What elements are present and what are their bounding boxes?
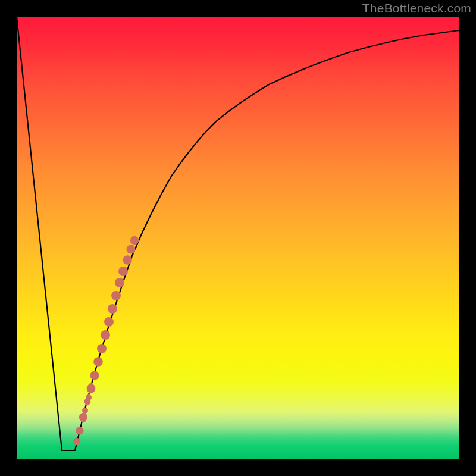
svg-point-15 — [126, 245, 135, 253]
svg-point-11 — [111, 291, 121, 300]
chart-frame: TheBottleneck.com — [0, 0, 476, 476]
svg-point-16 — [130, 236, 139, 245]
svg-point-18 — [82, 408, 88, 414]
svg-point-8 — [101, 330, 110, 340]
svg-point-10 — [108, 304, 117, 314]
svg-point-7 — [97, 344, 107, 353]
svg-point-5 — [90, 371, 99, 380]
svg-point-12 — [115, 278, 124, 287]
curve-left-descent — [17, 17, 62, 450]
svg-point-13 — [118, 267, 128, 276]
svg-point-19 — [86, 394, 92, 400]
svg-point-17 — [80, 416, 86, 422]
svg-point-14 — [123, 255, 132, 265]
curve-layer — [17, 17, 459, 459]
svg-point-0 — [73, 438, 80, 445]
svg-point-6 — [93, 357, 103, 367]
plot-area — [17, 17, 459, 459]
highlight-band — [73, 236, 139, 445]
svg-point-1 — [76, 427, 83, 434]
svg-point-9 — [104, 317, 114, 327]
svg-point-20 — [88, 383, 94, 389]
watermark-text: TheBottleneck.com — [362, 1, 471, 15]
